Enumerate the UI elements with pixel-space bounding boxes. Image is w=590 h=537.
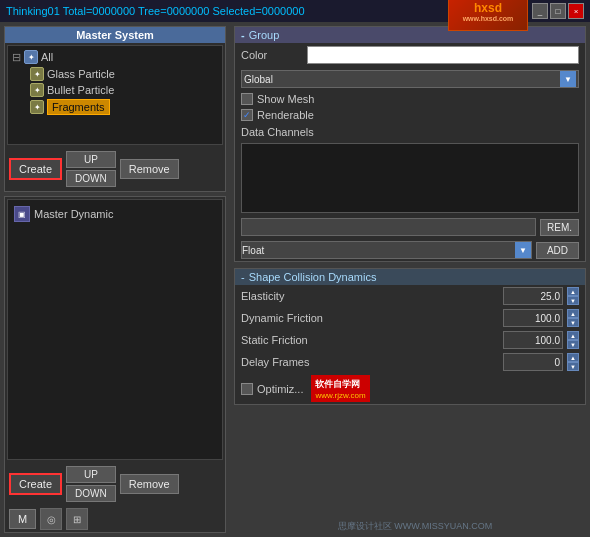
m-button[interactable]: M — [9, 509, 36, 529]
dynamic-friction-spin-up[interactable]: ▲ — [567, 309, 579, 318]
software-logo: 软件自学网 www.rjzw.com — [311, 375, 369, 402]
tree-root-label: All — [41, 51, 53, 63]
delay-frames-spin-up[interactable]: ▲ — [567, 353, 579, 362]
optimize-row: Optimiz... 软件自学网 www.rjzw.com — [235, 373, 585, 404]
dynamic-friction-input[interactable] — [503, 309, 563, 327]
btn-row-bottom: Create UP DOWN Remove — [5, 462, 225, 506]
title-text: Thinking01 Total=0000000 Tree=0000000 Se… — [6, 5, 448, 17]
create-button-top[interactable]: Create — [9, 158, 62, 180]
tree-area: ⊟ ✦ All ✦ Glass Particle ✦ Bullet Partic… — [7, 45, 223, 145]
updown-group-top: UP DOWN — [66, 151, 116, 187]
window-controls[interactable]: _ □ × — [532, 3, 584, 19]
btn-row-top: Create UP DOWN Remove — [5, 147, 225, 191]
color-label: Color — [241, 49, 301, 61]
float-value: Float — [242, 245, 264, 256]
group-minus-icon: - — [241, 29, 245, 41]
main-layout: Master System ⊟ ✦ All ✦ Glass Particle ✦… — [0, 22, 590, 537]
rem-input[interactable] — [241, 218, 536, 236]
left-panel: Master System ⊟ ✦ All ✦ Glass Particle ✦… — [0, 22, 230, 537]
create-button-bottom[interactable]: Create — [9, 473, 62, 495]
delay-frames-row: Delay Frames ▲ ▼ — [235, 351, 585, 373]
dynamic-icon: ▣ — [14, 206, 30, 222]
down-button-top[interactable]: DOWN — [66, 170, 116, 187]
show-mesh-checkbox[interactable] — [241, 93, 253, 105]
tree-item-fragments[interactable]: ✦ Fragments — [28, 98, 218, 116]
software-name: 软件自学网 — [315, 379, 360, 389]
dynamic-section: ▣ Master Dynamic Create UP DOWN Remove M… — [4, 196, 226, 533]
delay-frames-label: Delay Frames — [241, 356, 499, 368]
data-channels-label: Data Channels — [235, 123, 585, 141]
remove-button-bottom[interactable]: Remove — [120, 474, 179, 494]
static-friction-spin-up[interactable]: ▲ — [567, 331, 579, 340]
watermark-area: 思摩设计社区 WWW.MISSYUAN.COM — [240, 520, 590, 533]
master-system-header: Master System — [5, 27, 225, 43]
all-icon: ✦ — [24, 50, 38, 64]
bottom-icons: M ◎ ⊞ — [5, 506, 225, 532]
right-panel: - Group Color Global ▼ Show Mesh — [230, 22, 590, 537]
dynamic-area: ▣ Master Dynamic — [7, 199, 223, 460]
title-bar: Thinking01 Total=0000000 Tree=0000000 Se… — [0, 0, 590, 22]
collision-minus-icon: - — [241, 271, 245, 283]
tree-item-glass[interactable]: ✦ Glass Particle — [28, 66, 218, 82]
optimize-checkbox[interactable] — [241, 383, 253, 395]
icon-btn-1[interactable]: ◎ — [40, 508, 62, 530]
add-button[interactable]: ADD — [536, 242, 579, 259]
static-friction-spinner: ▲ ▼ — [567, 331, 579, 349]
group-section: - Group Color Global ▼ Show Mesh — [234, 26, 586, 262]
logo-text: hxsd — [474, 1, 502, 15]
elasticity-spinner: ▲ ▼ — [567, 287, 579, 305]
frag-icon: ✦ — [30, 100, 44, 114]
global-dropdown-row: Global ▼ — [235, 67, 585, 91]
renderable-label: Renderable — [257, 109, 314, 121]
static-friction-spin-down[interactable]: ▼ — [567, 340, 579, 349]
data-channels-box — [241, 143, 579, 213]
master-system-section: Master System ⊟ ✦ All ✦ Glass Particle ✦… — [4, 26, 226, 192]
group-header-label: Group — [249, 29, 280, 41]
tree-children: ✦ Glass Particle ✦ Bullet Particle ✦ Fra… — [12, 66, 218, 116]
global-dropdown-value: Global — [244, 74, 273, 85]
dynamic-item[interactable]: ▣ Master Dynamic — [12, 204, 218, 224]
logo-subtext: www.hxsd.com — [463, 15, 514, 22]
up-button-top[interactable]: UP — [66, 151, 116, 168]
delay-frames-spin-down[interactable]: ▼ — [567, 362, 579, 371]
rem-row: REM. — [235, 215, 585, 239]
dynamic-friction-row: Dynamic Friction ▲ ▼ — [235, 307, 585, 329]
static-friction-input[interactable] — [503, 331, 563, 349]
optimize-label: Optimiz... — [257, 383, 303, 395]
remove-button-top[interactable]: Remove — [120, 159, 179, 179]
elasticity-input[interactable] — [503, 287, 563, 305]
tree-root: ⊟ ✦ All — [12, 50, 218, 64]
color-swatch[interactable] — [307, 46, 579, 64]
glass-icon: ✦ — [30, 67, 44, 81]
dynamic-friction-spin-down[interactable]: ▼ — [567, 318, 579, 327]
rem-button[interactable]: REM. — [540, 219, 579, 236]
dynamic-friction-spinner: ▲ ▼ — [567, 309, 579, 327]
maximize-button[interactable]: □ — [550, 3, 566, 19]
glass-label: Glass Particle — [47, 68, 115, 80]
bullet-icon: ✦ — [30, 83, 44, 97]
tree-item-bullet[interactable]: ✦ Bullet Particle — [28, 82, 218, 98]
elasticity-label: Elasticity — [241, 290, 499, 302]
elasticity-spin-down[interactable]: ▼ — [567, 296, 579, 305]
static-friction-row: Static Friction ▲ ▼ — [235, 329, 585, 351]
updown-group-bottom: UP DOWN — [66, 466, 116, 502]
group-header: - Group — [235, 27, 585, 43]
elasticity-row: Elasticity ▲ ▼ — [235, 285, 585, 307]
float-arrow-icon: ▼ — [515, 242, 531, 258]
icon-btn-2[interactable]: ⊞ — [66, 508, 88, 530]
show-mesh-label: Show Mesh — [257, 93, 314, 105]
global-dropdown[interactable]: Global ▼ — [241, 70, 579, 88]
elasticity-spin-up[interactable]: ▲ — [567, 287, 579, 296]
float-dropdown[interactable]: Float ▼ — [241, 241, 532, 259]
up-button-bottom[interactable]: UP — [66, 466, 116, 483]
bullet-label: Bullet Particle — [47, 84, 114, 96]
close-button[interactable]: × — [568, 3, 584, 19]
minimize-button[interactable]: _ — [532, 3, 548, 19]
renderable-checkbox[interactable] — [241, 109, 253, 121]
down-button-bottom[interactable]: DOWN — [66, 485, 116, 502]
collision-section: - Shape Collision Dynamics Elasticity ▲ … — [234, 268, 586, 405]
float-add-row: Float ▼ ADD — [235, 239, 585, 261]
delay-frames-input[interactable] — [503, 353, 563, 371]
static-friction-label: Static Friction — [241, 334, 499, 346]
dynamic-label: Master Dynamic — [34, 208, 113, 220]
